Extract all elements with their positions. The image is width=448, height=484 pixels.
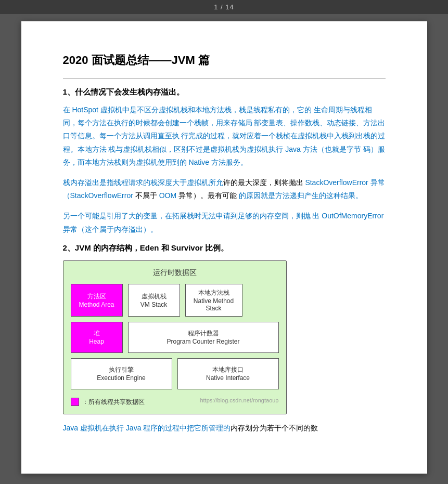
- heap-label2: Heap: [89, 338, 104, 345]
- section1-heading: 1、什么情况下会发生栈内存溢出。: [63, 87, 386, 97]
- bottom-para: Java 虚拟机在执行 Java 程序的过程中把它所管理的内存划分为若干个不同的…: [63, 422, 386, 435]
- legend-row: ：所有线程共享数据区: [71, 398, 145, 407]
- diagram-row-3: 执行引擎 Execution Engine 本地库接口 Native Inter…: [71, 358, 279, 389]
- pagination-bar: 1 / 14: [0, 0, 448, 14]
- counter-label2: Program Counter Register: [167, 338, 239, 345]
- title-divider: [63, 79, 386, 79]
- native-stack-label3: Stack: [206, 305, 221, 312]
- watermark: https://blog.csdn.net/rongtaoup: [200, 397, 278, 403]
- section1-para2: 栈内存溢出是指线程请求的栈深度大于虚拟机所允许的最大深度，则将抛出 StackO…: [63, 176, 386, 202]
- heap-label1: 堆: [94, 329, 100, 338]
- diagram-row-1: 方法区 Method Area 虚拟机栈 VM Stack 本地方法栈 Nati…: [71, 284, 279, 317]
- diagram-row-2: 堆 Heap 程序计数器 Program Counter Register: [71, 322, 279, 353]
- section2-heading: 2、JVM 的内存结构，Eden 和 Survivor 比例。: [63, 243, 386, 253]
- exec-engine-box: 执行引擎 Execution Engine: [71, 358, 172, 389]
- method-area-label2: Method Area: [79, 301, 114, 308]
- heap-box: 堆 Heap: [71, 322, 123, 353]
- native-stack-label2: Native Method: [194, 297, 234, 305]
- vm-stack-box: 虚拟机栈 VM Stack: [128, 284, 180, 317]
- section1-para3: 另一个可能是引用了大的变量，在拓展栈时无法申请到足够的内存空间，则抛 出 Out…: [63, 210, 386, 236]
- native-iface-label1: 本地库接口: [212, 365, 244, 374]
- vm-stack-label2: VM Stack: [140, 301, 167, 308]
- main-title: 2020 面试题总结——JVM 篇: [63, 53, 386, 68]
- counter-label1: 程序计数器: [188, 329, 219, 338]
- exec-label1: 执行引擎: [109, 365, 134, 374]
- legend-text: ：所有线程共享数据区: [82, 398, 145, 407]
- native-stack-box: 本地方法栈 Native Method Stack: [185, 284, 242, 317]
- jvm-memory-diagram: 运行时数据区 方法区 Method Area 虚拟机栈 VM Stack 本地方…: [63, 260, 287, 414]
- vm-stack-label1: 虚拟机栈: [142, 292, 167, 301]
- section1-para1: 在 HotSpot 虚拟机中是不区分虚拟机栈和本地方法栈，栈是线程私有的，它的 …: [63, 103, 386, 169]
- diagram-title: 运行时数据区: [71, 268, 279, 278]
- counter-box: 程序计数器 Program Counter Register: [128, 322, 279, 353]
- legend-color-box: [71, 398, 79, 406]
- native-iface-label2: Native Interface: [206, 374, 250, 382]
- native-stack-label1: 本地方法栈: [198, 289, 229, 297]
- page-number: 1 / 14: [214, 3, 234, 11]
- method-area-box: 方法区 Method Area: [71, 284, 123, 317]
- page-content: 2020 面试题总结——JVM 篇 1、什么情况下会发生栈内存溢出。 在 Hot…: [21, 21, 427, 474]
- diagram-footer: ：所有线程共享数据区 https://blog.csdn.net/rongtao…: [71, 395, 279, 407]
- exec-label2: Execution Engine: [97, 374, 145, 382]
- method-area-label1: 方法区: [87, 292, 106, 301]
- native-interface-box: 本地库接口 Native Interface: [177, 358, 279, 389]
